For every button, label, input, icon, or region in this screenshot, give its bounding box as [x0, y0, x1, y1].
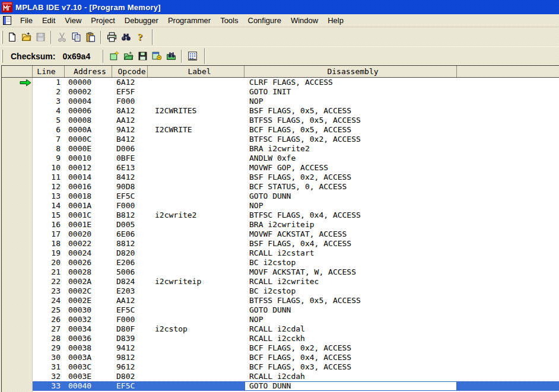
cell-opcode: 6A12	[112, 78, 148, 87]
table-row[interactable]: 2800036D839RCALL i2cckh	[2, 334, 559, 343]
cell-opcode: 90D8	[112, 182, 148, 192]
header-address[interactable]: Address	[65, 66, 112, 77]
print-icon	[107, 32, 117, 42]
cell-label	[148, 87, 244, 97]
table-row[interactable]: 2600032F000NOP	[2, 315, 559, 324]
table-row[interactable]: 500008AA12BTFSS FLAGS, 0x5, ACCESS	[2, 116, 559, 125]
table-row[interactable]: 2000026E206BC i2cstop	[2, 258, 559, 267]
cell-opcode: 8412	[112, 173, 148, 182]
cell-disasm: RCALL i2cckh	[244, 334, 457, 343]
save-workspace-button[interactable]	[135, 49, 150, 63]
menu-file[interactable]: File	[15, 14, 37, 27]
menu-view[interactable]: View	[60, 14, 86, 27]
table-row[interactable]: 230002CE203BC i2cstop	[2, 286, 559, 296]
mplab-app-icon[interactable]	[2, 2, 12, 12]
table-row[interactable]: 220002AD824i2cwriteipRCALL i2cwritec	[2, 277, 559, 286]
memory-grid-button[interactable]	[185, 49, 199, 63]
table-row[interactable]: 120001690D8BCF STATUS, 0, ACCESS	[2, 182, 559, 192]
table-row[interactable]: 4000068A12I2CWRITESBSF FLAGS, 0x5, ACCES…	[2, 106, 559, 116]
menu-debugger[interactable]: Debugger	[120, 14, 163, 27]
cell-opcode: F000	[112, 97, 148, 106]
cut-button	[55, 30, 69, 44]
cell-fill	[457, 315, 559, 324]
table-row[interactable]: 18000228812BSF FLAGS, 0x4, ACCESS	[2, 239, 559, 248]
table-row[interactable]: 300004F000NOP	[2, 97, 559, 106]
help-button[interactable]: ?	[133, 30, 147, 44]
cell-fill	[457, 201, 559, 211]
cell-disasm: BTFSS FLAGS, 0x5, ACCESS	[244, 116, 457, 125]
cell-opcode: EF5F	[112, 87, 148, 97]
cell-address: 00010	[65, 154, 112, 163]
table-row[interactable]: 240002EAA12BTFSS FLAGS, 0x5, ACCESS	[2, 296, 559, 305]
menu-tools[interactable]: Tools	[215, 14, 243, 27]
table-row[interactable]: 1000006A12CLRF FLAGS, ACCESS	[2, 78, 559, 87]
table-row[interactable]: 320003ED802RCALL i2cdah	[2, 372, 559, 381]
find-button[interactable]	[119, 30, 133, 44]
header-label[interactable]: Label	[148, 66, 244, 77]
table-row[interactable]: 17000206E06MOVWF ACKSTAT, ACCESS	[2, 230, 559, 239]
table-row[interactable]: 310003C9612BCF FLAGS, 0x3, ACCESS	[2, 362, 559, 372]
paste-button[interactable]	[83, 30, 97, 44]
cell-opcode: F000	[112, 315, 148, 324]
cell-fill	[457, 353, 559, 362]
header-line[interactable]: Line	[33, 66, 65, 77]
program-memory-window-icon[interactable]	[2, 16, 12, 25]
program-target-button[interactable]	[150, 49, 164, 63]
toolbar-grip[interactable]	[1, 31, 3, 44]
menu-project[interactable]: Project	[86, 14, 119, 27]
table-row[interactable]: 160001ED005BRA i2cwriteip	[2, 220, 559, 230]
table-row[interactable]: 29000389412BCF FLAGS, 0x2, ACCESS	[2, 343, 559, 353]
find-in-project-button[interactable]	[164, 49, 178, 63]
title-bar[interactable]: MPLAB IDE v7.10 - [Program Memory]	[0, 0, 559, 14]
cell-address: 00014	[65, 173, 112, 182]
cell-address: 0003C	[65, 362, 112, 372]
table-row[interactable]: 9000100BFEANDLW 0xfe	[2, 154, 559, 163]
cell-opcode: B812	[112, 211, 148, 220]
table-row[interactable]: 1900024D820RCALL i2cstart	[2, 248, 559, 258]
cell-address: 0002E	[65, 296, 112, 305]
new-file-button[interactable]	[5, 30, 19, 44]
cell-label	[148, 362, 244, 372]
table-row[interactable]: 80000ED006BRA i2cwrite2	[2, 144, 559, 154]
cell-opcode: EF5C	[112, 305, 148, 315]
header-opcode[interactable]: Opcode	[112, 66, 148, 77]
table-row[interactable]: 11000148412BSF FLAGS, 0x2, ACCESS	[2, 173, 559, 182]
table-row[interactable]: 3300040EF5CGOTO DUNN	[2, 381, 559, 391]
cell-disasm: RCALL i2cdal	[244, 324, 457, 334]
cell-label	[148, 182, 244, 192]
table-row[interactable]: 2500030EF5CGOTO DUNN	[2, 305, 559, 315]
binoculars-icon	[121, 32, 131, 42]
cell-fill	[457, 78, 559, 87]
table-row[interactable]: 60000A9A12I2CWRITEBCF FLAGS, 0x5, ACCESS	[2, 125, 559, 135]
menu-edit[interactable]: Edit	[37, 14, 60, 27]
table-row[interactable]: 200002EF5FGOTO INIT	[2, 87, 559, 97]
table-row[interactable]: 70000CB412BTFSC FLAGS, 0x2, ACCESS	[2, 135, 559, 144]
table-row[interactable]: 300003A9812BCF FLAGS, 0x4, ACCESS	[2, 353, 559, 362]
cell-label	[148, 267, 244, 277]
cell-label	[148, 296, 244, 305]
cell-disasm: RCALL i2cdah	[244, 372, 457, 381]
table-row[interactable]: 10000126E13MOVWF GOP, ACCESS	[2, 163, 559, 173]
cell-fill	[457, 381, 559, 391]
table-row[interactable]: 140001AF000NOP	[2, 201, 559, 211]
menu-programmer[interactable]: Programmer	[163, 14, 215, 27]
copy-button[interactable]	[69, 30, 83, 44]
save-workspace-icon	[138, 51, 148, 61]
table-row[interactable]: 1300018EF5CGOTO DUNN	[2, 192, 559, 201]
print-button[interactable]	[104, 30, 119, 44]
cell-opcode: 6E13	[112, 163, 148, 173]
table-row[interactable]: 2700034D80Fi2cstopRCALL i2cdal	[2, 324, 559, 334]
open-project-button[interactable]	[121, 49, 135, 63]
cell-disasm: BCF FLAGS, 0x4, ACCESS	[244, 353, 457, 362]
menu-window[interactable]: Window	[286, 14, 323, 27]
new-project-button[interactable]	[107, 49, 121, 63]
table-row[interactable]: 21000285006MOVF ACKSTAT, W, ACCESS	[2, 267, 559, 277]
open-file-button[interactable]	[19, 30, 33, 44]
cell-address: 00038	[65, 343, 112, 353]
header-disassembly[interactable]: Disassembly	[244, 66, 457, 77]
menu-configure[interactable]: Configure	[243, 14, 286, 27]
menu-help[interactable]: Help	[323, 14, 348, 27]
table-row[interactable]: 150001CB812i2cwrite2BTFSC FLAGS, 0x4, AC…	[2, 211, 559, 220]
cell-arrow	[2, 277, 33, 286]
toolbar-grip[interactable]	[1, 50, 3, 63]
